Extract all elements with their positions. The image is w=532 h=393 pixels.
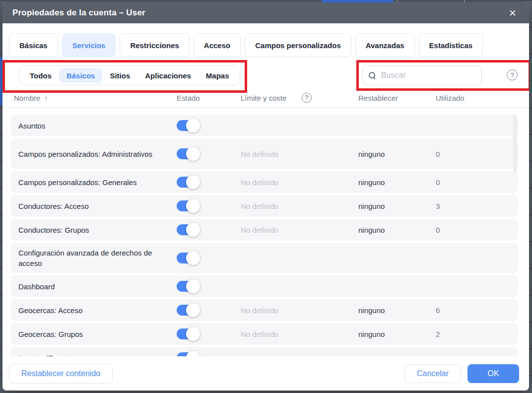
service-limit: No definido bbox=[241, 306, 278, 315]
subtab-aplicaciones[interactable]: Aplicaciones bbox=[137, 68, 199, 83]
table-row: Conductores: Grupos No definido ninguno … bbox=[10, 219, 518, 241]
close-icon[interactable]: ✕ bbox=[506, 6, 519, 19]
sort-ascending-icon: ↑ bbox=[44, 94, 48, 102]
column-header-estado: Estado bbox=[177, 94, 200, 102]
cancel-button[interactable]: Cancelar bbox=[404, 364, 461, 383]
tab-estadisticas[interactable]: Estadísticas bbox=[419, 33, 483, 57]
search-icon bbox=[369, 72, 376, 79]
service-name: Geocercas: Acceso bbox=[18, 305, 153, 316]
service-reset: ninguno bbox=[358, 150, 385, 158]
service-limit: No definido bbox=[241, 226, 278, 234]
service-name: Asuntos bbox=[18, 121, 153, 131]
service-used: 0 bbox=[436, 150, 440, 158]
service-used: 3 bbox=[436, 202, 440, 210]
services-toolbar: Todos Básicos Sitios Aplicaciones Mapas … bbox=[2, 66, 529, 85]
service-toggle[interactable] bbox=[177, 352, 198, 356]
service-reset: ninguno bbox=[358, 226, 385, 234]
toggle-knob bbox=[186, 279, 200, 293]
tab-campos-personalizados[interactable]: Campos personalizados bbox=[245, 33, 351, 57]
service-toggle[interactable] bbox=[177, 148, 198, 159]
tab-acceso[interactable]: Acceso bbox=[194, 33, 241, 57]
service-name: Campos personalizados: Generales bbox=[18, 177, 153, 188]
service-used: 2 bbox=[436, 330, 440, 338]
service-used: 6 bbox=[436, 306, 440, 315]
service-limit: No definido bbox=[241, 330, 278, 338]
tab-servicios[interactable]: Servicios bbox=[62, 33, 116, 57]
tab-avanzadas[interactable]: Avanzadas bbox=[355, 33, 415, 57]
table-row: Asuntos bbox=[10, 115, 518, 136]
column-header-restablecer: Restablecer bbox=[358, 94, 398, 102]
service-filter-group: Todos Básicos Sitios Aplicaciones Mapas bbox=[19, 66, 240, 85]
dialog-titlebar: Propiedades de la cuenta – User ✕ bbox=[2, 2, 529, 23]
service-toggle[interactable] bbox=[177, 328, 198, 339]
toggle-knob bbox=[186, 119, 200, 132]
service-name: Conductores: Grupos bbox=[18, 225, 153, 235]
account-properties-dialog: Propiedades de la cuenta – User ✕ Básica… bbox=[2, 2, 529, 391]
service-reset: ninguno bbox=[358, 202, 385, 210]
subtab-todos[interactable]: Todos bbox=[22, 68, 59, 83]
column-header-nombre[interactable]: Nombre↑ bbox=[14, 94, 48, 102]
column-header-utilizado: Utilizado bbox=[436, 94, 465, 102]
table-row: Importar/Exportar bbox=[10, 347, 518, 356]
dialog-footer: Restablecer contenido Cancelar OK bbox=[2, 356, 529, 391]
toggle-knob bbox=[186, 251, 200, 265]
toggle-knob bbox=[186, 175, 200, 189]
tab-restricciones[interactable]: Restricciones bbox=[120, 33, 189, 57]
table-row: Dashboard bbox=[10, 275, 518, 297]
service-limit: No definido bbox=[241, 202, 278, 210]
service-toggle[interactable] bbox=[177, 120, 198, 131]
service-used: 0 bbox=[436, 226, 440, 234]
table-row: Campos personalizados: Generales No defi… bbox=[10, 171, 518, 193]
service-name: Importar/Exportar bbox=[18, 353, 153, 357]
service-toggle[interactable] bbox=[177, 177, 198, 188]
toggle-knob bbox=[186, 199, 200, 213]
service-name: Geocercas: Grupos bbox=[18, 329, 153, 339]
services-list: Asuntos Campos personalizados: Administr… bbox=[2, 115, 529, 356]
service-used: 0 bbox=[436, 178, 440, 187]
subtab-sitios[interactable]: Sitios bbox=[102, 68, 137, 83]
table-header: Nombre↑ Estado Límite y coste ? Restable… bbox=[2, 94, 529, 108]
toggle-knob bbox=[186, 327, 200, 341]
service-toggle[interactable] bbox=[177, 224, 198, 235]
service-toggle[interactable] bbox=[177, 253, 198, 263]
service-toggle[interactable] bbox=[177, 200, 198, 211]
toggle-knob bbox=[186, 303, 200, 317]
search-input[interactable] bbox=[380, 70, 475, 80]
vertical-scrollbar-thumb[interactable] bbox=[513, 115, 517, 173]
service-toggle[interactable] bbox=[177, 305, 198, 316]
table-row: Configuración avanzada de derechos de ac… bbox=[10, 243, 518, 273]
reset-content-button[interactable]: Restablecer contenido bbox=[9, 364, 113, 384]
service-reset: ninguno bbox=[358, 178, 385, 187]
main-tabs: Básicas Servicios Restricciones Acceso C… bbox=[9, 33, 523, 57]
toggle-knob bbox=[186, 223, 200, 237]
table-row: Campos personalizados: Administrativos N… bbox=[10, 138, 518, 169]
service-limit: No definido bbox=[241, 178, 278, 187]
column-header-limite: Límite y coste bbox=[241, 94, 287, 102]
subtab-mapas[interactable]: Mapas bbox=[199, 68, 237, 83]
service-reset: ninguno bbox=[358, 306, 385, 315]
service-toggle[interactable] bbox=[177, 281, 198, 292]
table-row: Geocercas: Acceso No definido ninguno 6 bbox=[10, 299, 518, 321]
dialog-title: Propiedades de la cuenta – User bbox=[12, 8, 506, 18]
service-name: Configuración avanzada de derechos de ac… bbox=[18, 248, 153, 268]
subtab-basicos[interactable]: Básicos bbox=[59, 68, 103, 83]
search-help-icon[interactable]: ? bbox=[507, 69, 518, 80]
limit-help-icon[interactable]: ? bbox=[302, 93, 312, 103]
service-name: Conductores: Acceso bbox=[18, 201, 153, 211]
toggle-knob bbox=[186, 147, 200, 161]
column-label-nombre: Nombre bbox=[14, 94, 40, 102]
table-row: Geocercas: Grupos No definido ninguno 2 bbox=[10, 323, 518, 345]
service-reset: ninguno bbox=[358, 330, 385, 338]
table-row: Conductores: Acceso No definido ninguno … bbox=[10, 195, 518, 217]
toggle-knob bbox=[186, 351, 200, 356]
service-name: Dashboard bbox=[18, 281, 153, 292]
service-limit: No definido bbox=[241, 150, 278, 158]
tab-basicas[interactable]: Básicas bbox=[9, 33, 58, 57]
search-box bbox=[362, 66, 482, 85]
service-name: Campos personalizados: Administrativos bbox=[18, 149, 153, 159]
ok-button[interactable]: OK bbox=[467, 364, 519, 383]
